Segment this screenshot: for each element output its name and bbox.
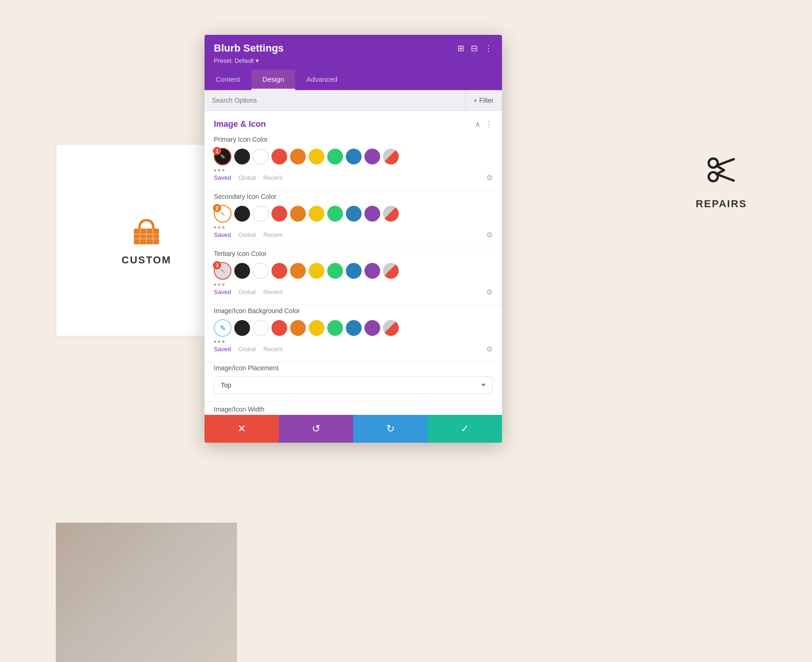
search-bar: + Filter — [205, 90, 502, 111]
secondary-meta-row: Saved Global Recent ⚙ — [214, 230, 493, 239]
swatch-purple-4[interactable] — [364, 320, 380, 336]
bottom-image-placeholder — [56, 523, 237, 662]
swatch-diagonal-3[interactable] — [383, 263, 399, 279]
preset-row[interactable]: Preset: Default ▾ — [214, 57, 493, 64]
svg-line-8 — [716, 159, 733, 166]
swatch-yellow-1[interactable] — [309, 149, 324, 164]
saved-link-4[interactable]: Saved — [214, 346, 231, 353]
primary-color-row: 1 ✎ — [214, 148, 493, 165]
primary-icon-color-label: Primary Icon Color — [214, 136, 493, 143]
basket-icon — [128, 214, 165, 247]
blurb-settings-panel: Blurb Settings ⊞ ⊟ ⋮ Preset: Default ▾ C… — [205, 35, 502, 443]
fullscreen-icon[interactable]: ⊞ — [457, 43, 464, 53]
global-link-4[interactable]: Global — [238, 346, 256, 353]
swatch-purple-1[interactable] — [364, 149, 380, 164]
gear-icon-2[interactable]: ⚙ — [486, 230, 493, 239]
dot — [218, 341, 220, 343]
swatch-diagonal-1[interactable] — [383, 149, 399, 164]
tab-advanced[interactable]: Advanced — [295, 70, 349, 90]
primary-color-picker[interactable]: 1 ✎ — [214, 148, 231, 165]
swatch-white-4[interactable] — [253, 320, 269, 336]
swatch-yellow-3[interactable] — [309, 263, 324, 279]
swatch-purple-3[interactable] — [364, 263, 380, 279]
swatch-red-3[interactable] — [271, 263, 287, 279]
section-more-icon[interactable]: ⋮ — [485, 120, 493, 129]
swatch-green-2[interactable] — [327, 206, 343, 222]
search-input[interactable] — [205, 90, 465, 111]
swatch-green-1[interactable] — [327, 149, 343, 164]
filter-button[interactable]: + Filter — [465, 91, 502, 110]
swatch-diagonal-4[interactable] — [383, 320, 399, 336]
edit-icon: ✎ — [220, 153, 225, 160]
tertiary-icon-color-label: Tertiary Icon Color — [214, 250, 493, 257]
recent-link-1[interactable]: Recent — [263, 174, 282, 181]
panel-tabs: Content Design Advanced — [205, 70, 502, 90]
swatch-white-2[interactable] — [253, 206, 269, 222]
cancel-button[interactable]: ✕ — [205, 415, 279, 443]
bg-color-row: ✎ — [214, 319, 493, 337]
swatch-black-2[interactable] — [234, 206, 250, 222]
swatch-orange-3[interactable] — [290, 263, 306, 279]
preset-label: Preset: Default — [214, 57, 254, 64]
section-header-icons: ∧ ⋮ — [475, 120, 493, 129]
panel-title: Blurb Settings — [214, 42, 284, 54]
swatch-white-1[interactable] — [253, 149, 269, 164]
tertiary-color-picker[interactable]: 3 ✎ — [214, 262, 231, 280]
swatch-yellow-2[interactable] — [309, 206, 324, 222]
saved-link-1[interactable]: Saved — [214, 174, 231, 181]
eyedropper-icon: ✎ — [220, 324, 226, 333]
bg-color-label: Image/Icon Background Color — [214, 307, 493, 315]
bg-color-picker[interactable]: ✎ — [214, 319, 231, 337]
collapse-icon[interactable]: ∧ — [475, 120, 481, 129]
recent-link-2[interactable]: Recent — [263, 231, 282, 238]
svg-line-9 — [716, 174, 733, 181]
swatch-black-1[interactable] — [234, 149, 250, 164]
swatch-green-4[interactable] — [327, 320, 343, 336]
dot — [214, 226, 216, 229]
swatch-red-2[interactable] — [271, 206, 287, 222]
swatch-diagonal-2[interactable] — [383, 206, 399, 222]
swatch-blue-3[interactable] — [346, 263, 362, 279]
secondary-color-picker[interactable]: 2 ✎ — [214, 205, 231, 223]
swatch-red-1[interactable] — [271, 149, 287, 164]
swatch-orange-1[interactable] — [290, 149, 306, 164]
tab-content[interactable]: Content — [205, 70, 251, 90]
global-link-1[interactable]: Global — [238, 174, 256, 181]
saved-link-3[interactable]: Saved — [214, 288, 231, 295]
gear-icon-1[interactable]: ⚙ — [486, 173, 493, 182]
tertiary-badge: 3 — [213, 261, 221, 269]
placement-select[interactable]: Top Left Right Bottom — [214, 376, 493, 394]
more-icon[interactable]: ⋮ — [484, 43, 493, 53]
save-button[interactable]: ✓ — [428, 415, 502, 443]
global-link-3[interactable]: Global — [238, 288, 256, 295]
recent-link-4[interactable]: Recent — [263, 346, 282, 353]
dot — [222, 341, 224, 343]
redo-button[interactable]: ↻ — [353, 415, 428, 443]
swatch-orange-4[interactable] — [290, 320, 306, 336]
swatch-black-4[interactable] — [234, 320, 250, 336]
swatch-red-4[interactable] — [271, 320, 287, 336]
custom-label: CUSTOM — [122, 254, 172, 266]
tab-design[interactable]: Design — [251, 70, 296, 90]
dot — [222, 226, 224, 229]
saved-link-2[interactable]: Saved — [214, 231, 231, 238]
primary-meta-row: Saved Global Recent ⚙ — [214, 173, 493, 182]
swatch-yellow-4[interactable] — [309, 320, 324, 336]
bg-dots — [214, 341, 493, 343]
swatch-black-3[interactable] — [234, 263, 250, 279]
split-icon[interactable]: ⊟ — [471, 43, 478, 53]
swatch-white-3[interactable] — [253, 263, 269, 279]
secondary-badge: 2 — [213, 204, 221, 212]
swatch-blue-2[interactable] — [346, 206, 362, 222]
tertiary-color-row: 3 ✎ — [214, 262, 493, 280]
undo-button[interactable]: ↺ — [279, 415, 353, 443]
global-link-2[interactable]: Global — [238, 231, 256, 238]
swatch-blue-1[interactable] — [346, 149, 362, 164]
swatch-purple-2[interactable] — [364, 206, 380, 222]
swatch-blue-4[interactable] — [346, 320, 362, 336]
gear-icon-3[interactable]: ⚙ — [486, 288, 493, 296]
swatch-green-3[interactable] — [327, 263, 343, 279]
swatch-orange-2[interactable] — [290, 206, 306, 222]
recent-link-3[interactable]: Recent — [263, 288, 282, 295]
gear-icon-4[interactable]: ⚙ — [486, 345, 493, 354]
